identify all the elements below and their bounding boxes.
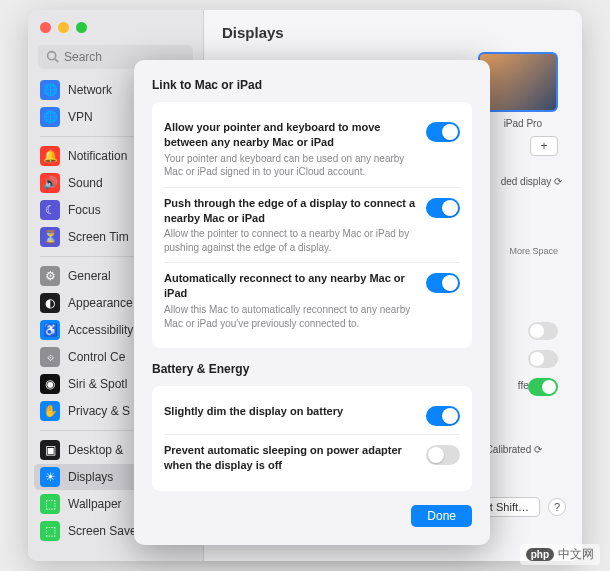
row-title: Allow your pointer and keyboard to move … [164, 120, 416, 150]
sidebar-item-label: Wallpaper [68, 497, 122, 511]
sidebar-item-label: Notification [68, 149, 127, 163]
row-push-through: Push through the edge of a display to co… [164, 187, 460, 263]
row-text: Slightly dim the display on battery [164, 404, 416, 419]
sidebar-item-label: Screen Saver [68, 524, 141, 538]
sidebar-item-label: Appearance [68, 296, 133, 310]
add-display-button[interactable]: + [530, 136, 558, 156]
sidebar-item-label: Screen Tim [68, 230, 129, 244]
svg-line-1 [55, 59, 58, 62]
sidebar-item-label: Control Ce [68, 350, 125, 364]
svg-point-0 [48, 52, 56, 60]
row-desc: Allow the pointer to connect to a nearby… [164, 227, 416, 254]
row-text: Prevent automatic sleeping on power adap… [164, 443, 416, 473]
toggle-auto-reconnect[interactable] [426, 273, 460, 293]
watermark-text: 中文网 [558, 546, 594, 563]
search-icon [46, 50, 59, 63]
bg-toggle-1[interactable] [528, 322, 558, 340]
sidebar-item-label: Privacy & S [68, 404, 130, 418]
row-dim-battery: Slightly dim the display on battery [164, 396, 460, 434]
row-title: Slightly dim the display on battery [164, 404, 416, 419]
sidebar-item-label: Siri & Spotl [68, 377, 127, 391]
advanced-settings-modal: Link to Mac or iPad Allow your pointer a… [134, 60, 490, 545]
page-title: Displays [222, 24, 564, 41]
row-universal-control: Allow your pointer and keyboard to move … [164, 112, 460, 187]
sidebar-item-label: Accessibility [68, 323, 133, 337]
battery-settings-card: Slightly dim the display on battery Prev… [152, 386, 472, 491]
toggle-universal-control[interactable] [426, 122, 460, 142]
use-as-select[interactable]: ded display ⟳ [501, 176, 562, 187]
display-name-label: iPad Pro [504, 118, 542, 129]
row-text: Push through the edge of a display to co… [164, 196, 416, 255]
minimize-window-button[interactable] [58, 22, 69, 33]
toggle-prevent-sleep[interactable] [426, 445, 460, 465]
row-title: Prevent automatic sleeping on power adap… [164, 443, 416, 473]
help-button[interactable]: ? [548, 498, 566, 516]
traffic-lights [28, 10, 203, 45]
watermark: php 中文网 [520, 544, 600, 565]
sidebar-item-label: Displays [68, 470, 113, 484]
toggle-dim-battery[interactable] [426, 406, 460, 426]
row-prevent-sleep: Prevent automatic sleeping on power adap… [164, 434, 460, 481]
section-title-link: Link to Mac or iPad [152, 78, 472, 92]
link-settings-card: Allow your pointer and keyboard to move … [152, 102, 472, 348]
sidebar-item-label: General [68, 269, 111, 283]
close-window-button[interactable] [40, 22, 51, 33]
sidebar-item-label: Focus [68, 203, 101, 217]
toggle-push-through[interactable] [426, 198, 460, 218]
row-auto-reconnect: Automatically reconnect to any nearby Ma… [164, 262, 460, 338]
more-space-label: More Space [509, 246, 558, 256]
sidebar-item-label: Network [68, 83, 112, 97]
section-title-battery: Battery & Energy [152, 362, 472, 376]
row-title: Push through the edge of a display to co… [164, 196, 416, 226]
watermark-badge: php [526, 548, 554, 561]
modal-footer: Done [152, 505, 472, 527]
display-thumbnail[interactable] [478, 52, 558, 112]
sidebar-item-label: Sound [68, 176, 103, 190]
row-desc: Allow this Mac to automatically reconnec… [164, 303, 416, 330]
bg-toggle-2[interactable] [528, 350, 558, 368]
row-desc: Your pointer and keyboard can be used on… [164, 152, 416, 179]
sidebar-item-label: Desktop & [68, 443, 123, 457]
row-title: Automatically reconnect to any nearby Ma… [164, 271, 416, 301]
row-text: Automatically reconnect to any nearby Ma… [164, 271, 416, 330]
row-text: Allow your pointer and keyboard to move … [164, 120, 416, 179]
sidebar-item-label: VPN [68, 110, 93, 124]
done-button[interactable]: Done [411, 505, 472, 527]
bg-toggle-3[interactable] [528, 378, 558, 396]
maximize-window-button[interactable] [76, 22, 87, 33]
